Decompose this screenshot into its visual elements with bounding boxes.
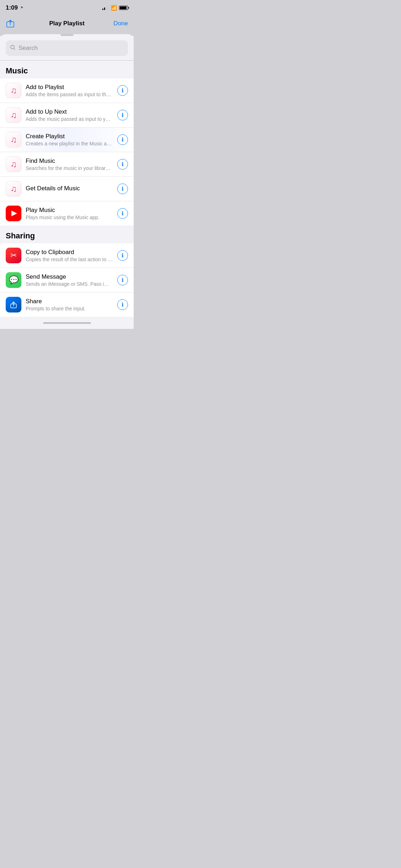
find-music-title: Find Music xyxy=(26,157,113,165)
create-playlist-item[interactable]: ♫ Create Playlist Creates a new playlist… xyxy=(0,128,134,152)
sharing-section-title: Sharing xyxy=(6,231,35,240)
play-music-title: Play Music xyxy=(26,207,113,214)
wifi-icon: 📶 xyxy=(111,5,117,11)
find-music-icon: ♫ xyxy=(6,156,21,172)
music-action-list: ♫ Add to Playlist Adds the items passed … xyxy=(0,78,134,226)
create-playlist-info[interactable]: ℹ xyxy=(117,134,128,145)
get-details-info[interactable]: ℹ xyxy=(117,184,128,194)
get-details-title: Get Details of Music xyxy=(26,185,113,192)
add-to-up-next-icon: ♫ xyxy=(6,107,21,123)
send-message-item[interactable]: 💬 Send Message Sends an iMessage or SMS.… xyxy=(0,268,134,293)
location-icon xyxy=(19,6,24,10)
find-music-item[interactable]: ♫ Find Music Searches for the music in y… xyxy=(0,152,134,177)
send-message-info[interactable]: ℹ xyxy=(117,275,128,285)
find-music-info[interactable]: ℹ xyxy=(117,159,128,170)
get-details-icon: ♫ xyxy=(6,181,21,197)
send-message-text: Send Message Sends an iMessage or SMS. P… xyxy=(26,273,113,287)
share-icon[interactable] xyxy=(6,19,15,28)
share-item[interactable]: Share Prompts to share the input. ℹ xyxy=(0,293,134,317)
search-icon xyxy=(10,45,16,52)
copy-clipboard-icon: ✂ xyxy=(6,248,21,263)
play-music-item[interactable]: Play Music Plays music using the Music a… xyxy=(0,201,134,226)
send-message-title: Send Message xyxy=(26,273,113,280)
add-to-playlist-info[interactable]: ℹ xyxy=(117,85,128,96)
share-info[interactable]: ℹ xyxy=(117,299,128,310)
copy-clipboard-subtitle: Copies the result of the last action to … xyxy=(26,257,113,262)
background-header: Play Playlist Done xyxy=(0,16,134,31)
sharing-action-list: ✂ Copy to Clipboard Copies the result of… xyxy=(0,243,134,317)
send-message-subtitle: Sends an iMessage or SMS. Pass images,..… xyxy=(26,281,113,287)
add-to-playlist-item[interactable]: ♫ Add to Playlist Adds the items passed … xyxy=(0,78,134,103)
search-container: Search xyxy=(0,36,134,60)
status-icons: 📶 xyxy=(102,5,128,11)
copy-clipboard-text: Copy to Clipboard Copies the result of t… xyxy=(26,249,113,262)
add-to-up-next-subtitle: Adds the music passed as input to your U… xyxy=(26,116,113,122)
find-music-subtitle: Searches for the music in your library t… xyxy=(26,165,113,171)
add-to-up-next-title: Add to Up Next xyxy=(26,108,113,115)
home-indicator xyxy=(0,317,134,329)
add-to-playlist-subtitle: Adds the items passed as input to the sp… xyxy=(26,92,113,97)
battery-icon xyxy=(119,6,128,10)
action-sheet: Search Music ♫ Add to Playlist Adds the … xyxy=(0,34,134,329)
home-bar xyxy=(43,322,91,324)
copy-clipboard-item[interactable]: ✂ Copy to Clipboard Copies the result of… xyxy=(0,243,134,268)
copy-clipboard-title: Copy to Clipboard xyxy=(26,249,113,256)
share-text: Share Prompts to share the input. xyxy=(26,298,113,311)
play-music-text: Play Music Plays music using the Music a… xyxy=(26,207,113,220)
music-section-title: Music xyxy=(6,66,28,75)
add-to-up-next-text: Add to Up Next Adds the music passed as … xyxy=(26,108,113,122)
create-playlist-title: Create Playlist xyxy=(26,133,113,140)
create-playlist-subtitle: Creates a new playlist in the Music app,… xyxy=(26,141,113,146)
done-button[interactable]: Done xyxy=(113,20,128,27)
add-to-playlist-text: Add to Playlist Adds the items passed as… xyxy=(26,84,113,97)
search-bar[interactable]: Search xyxy=(6,40,128,56)
create-playlist-text: Create Playlist Creates a new playlist i… xyxy=(26,133,113,146)
signal-icon xyxy=(102,6,109,10)
share-item-icon xyxy=(6,297,21,312)
get-details-text: Get Details of Music xyxy=(26,185,113,193)
copy-clipboard-info[interactable]: ℹ xyxy=(117,250,128,261)
share-subtitle: Prompts to share the input. xyxy=(26,306,113,311)
play-music-subtitle: Plays music using the Music app. xyxy=(26,215,113,220)
add-to-up-next-info[interactable]: ℹ xyxy=(117,110,128,120)
search-placeholder: Search xyxy=(19,45,38,52)
find-music-text: Find Music Searches for the music in you… xyxy=(26,157,113,171)
nav-title: Play Playlist xyxy=(49,20,84,27)
play-music-info[interactable]: ℹ xyxy=(117,208,128,219)
add-to-playlist-icon: ♫ xyxy=(6,83,21,98)
sharing-section-header: Sharing xyxy=(0,226,134,243)
send-message-icon: 💬 xyxy=(6,272,21,288)
add-to-up-next-item[interactable]: ♫ Add to Up Next Adds the music passed a… xyxy=(0,103,134,128)
play-music-icon xyxy=(6,206,21,221)
add-to-playlist-title: Add to Playlist xyxy=(26,84,113,91)
status-time: 1:09 xyxy=(6,4,24,11)
share-title: Share xyxy=(26,298,113,305)
status-bar: 1:09 📶 xyxy=(0,0,134,16)
create-playlist-icon: ♫ xyxy=(6,132,21,148)
get-details-item[interactable]: ♫ Get Details of Music ℹ xyxy=(0,177,134,201)
music-section-header: Music xyxy=(0,61,134,78)
